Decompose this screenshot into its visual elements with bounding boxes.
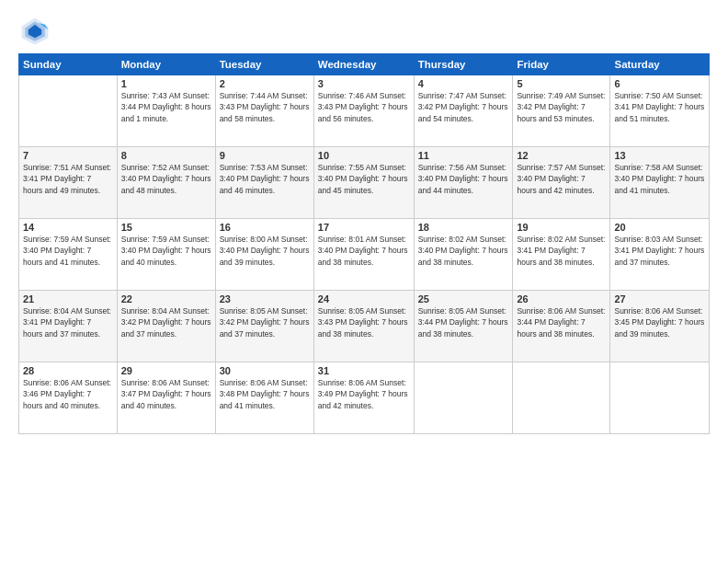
calendar-week-row: 21Sunrise: 8:04 AM Sunset: 3:41 PM Dayli… — [19, 291, 710, 362]
calendar-cell — [414, 362, 513, 434]
day-info: Sunrise: 7:52 AM Sunset: 3:40 PM Dayligh… — [121, 162, 211, 196]
day-info: Sunrise: 8:01 AM Sunset: 3:40 PM Dayligh… — [318, 234, 410, 268]
logo-icon — [18, 15, 51, 48]
day-info: Sunrise: 7:58 AM Sunset: 3:40 PM Dayligh… — [614, 162, 705, 196]
calendar-week-row: 1Sunrise: 7:43 AM Sunset: 3:44 PM Daylig… — [19, 75, 710, 147]
day-info: Sunrise: 7:46 AM Sunset: 3:43 PM Dayligh… — [318, 90, 410, 124]
day-info: Sunrise: 8:04 AM Sunset: 3:42 PM Dayligh… — [121, 305, 211, 339]
day-info: Sunrise: 8:06 AM Sunset: 3:49 PM Dayligh… — [318, 377, 410, 411]
day-info: Sunrise: 7:49 AM Sunset: 3:42 PM Dayligh… — [517, 90, 606, 124]
day-info: Sunrise: 8:05 AM Sunset: 3:43 PM Dayligh… — [318, 305, 410, 339]
weekday-header: Sunday — [19, 54, 118, 75]
day-info: Sunrise: 7:57 AM Sunset: 3:40 PM Dayligh… — [517, 162, 606, 196]
day-info: Sunrise: 7:50 AM Sunset: 3:41 PM Dayligh… — [614, 90, 705, 124]
calendar-week-row: 7Sunrise: 7:51 AM Sunset: 3:41 PM Daylig… — [19, 147, 710, 219]
day-number: 20 — [614, 222, 705, 233]
calendar-cell: 21Sunrise: 8:04 AM Sunset: 3:41 PM Dayli… — [19, 291, 118, 362]
calendar-table: SundayMondayTuesdayWednesdayThursdayFrid… — [18, 53, 710, 434]
day-number: 3 — [318, 78, 410, 89]
day-number: 5 — [517, 78, 606, 89]
calendar-cell: 10Sunrise: 7:55 AM Sunset: 3:40 PM Dayli… — [313, 147, 414, 219]
calendar-cell: 29Sunrise: 8:06 AM Sunset: 3:47 PM Dayli… — [117, 362, 215, 434]
day-number: 21 — [23, 293, 113, 304]
day-number: 18 — [418, 222, 509, 233]
calendar-cell: 27Sunrise: 8:06 AM Sunset: 3:45 PM Dayli… — [610, 291, 710, 362]
day-info: Sunrise: 8:04 AM Sunset: 3:41 PM Dayligh… — [23, 305, 113, 339]
calendar-cell: 19Sunrise: 8:02 AM Sunset: 3:41 PM Dayli… — [513, 219, 610, 291]
calendar-cell: 31Sunrise: 8:06 AM Sunset: 3:49 PM Dayli… — [313, 362, 414, 434]
weekday-header: Wednesday — [313, 54, 414, 75]
calendar-cell: 22Sunrise: 8:04 AM Sunset: 3:42 PM Dayli… — [117, 291, 215, 362]
weekday-header: Thursday — [414, 54, 513, 75]
calendar-cell: 28Sunrise: 8:06 AM Sunset: 3:46 PM Dayli… — [19, 362, 118, 434]
day-number: 4 — [418, 78, 509, 89]
weekday-header: Friday — [513, 54, 610, 75]
day-number: 7 — [23, 150, 113, 161]
day-number: 26 — [517, 293, 606, 304]
day-info: Sunrise: 7:53 AM Sunset: 3:40 PM Dayligh… — [220, 162, 310, 196]
day-number: 29 — [121, 365, 211, 376]
day-info: Sunrise: 8:06 AM Sunset: 3:46 PM Dayligh… — [23, 377, 113, 411]
day-number: 19 — [517, 222, 606, 233]
day-info: Sunrise: 7:59 AM Sunset: 3:40 PM Dayligh… — [121, 234, 211, 268]
day-number: 2 — [220, 78, 310, 89]
calendar-cell: 3Sunrise: 7:46 AM Sunset: 3:43 PM Daylig… — [313, 75, 414, 147]
weekday-header: Tuesday — [215, 54, 313, 75]
page-header — [18, 15, 710, 48]
day-info: Sunrise: 8:02 AM Sunset: 3:40 PM Dayligh… — [418, 234, 509, 268]
day-info: Sunrise: 8:06 AM Sunset: 3:44 PM Dayligh… — [517, 305, 606, 339]
day-number: 10 — [318, 150, 410, 161]
calendar-cell: 13Sunrise: 7:58 AM Sunset: 3:40 PM Dayli… — [610, 147, 710, 219]
day-info: Sunrise: 7:59 AM Sunset: 3:40 PM Dayligh… — [23, 234, 113, 268]
day-info: Sunrise: 7:56 AM Sunset: 3:40 PM Dayligh… — [418, 162, 509, 196]
day-number: 25 — [418, 293, 509, 304]
calendar-cell: 2Sunrise: 7:44 AM Sunset: 3:43 PM Daylig… — [215, 75, 313, 147]
day-number: 31 — [318, 365, 410, 376]
day-number: 24 — [318, 293, 410, 304]
day-number: 16 — [220, 222, 310, 233]
day-number: 14 — [23, 222, 113, 233]
day-number: 8 — [121, 150, 211, 161]
day-number: 30 — [220, 365, 310, 376]
calendar-cell — [513, 362, 610, 434]
day-number: 6 — [614, 78, 705, 89]
calendar-cell: 24Sunrise: 8:05 AM Sunset: 3:43 PM Dayli… — [313, 291, 414, 362]
day-info: Sunrise: 8:03 AM Sunset: 3:41 PM Dayligh… — [614, 234, 705, 268]
calendar-cell: 17Sunrise: 8:01 AM Sunset: 3:40 PM Dayli… — [313, 219, 414, 291]
day-info: Sunrise: 8:00 AM Sunset: 3:40 PM Dayligh… — [220, 234, 310, 268]
day-info: Sunrise: 8:02 AM Sunset: 3:41 PM Dayligh… — [517, 234, 606, 268]
day-number: 27 — [614, 293, 705, 304]
calendar-cell: 1Sunrise: 7:43 AM Sunset: 3:44 PM Daylig… — [117, 75, 215, 147]
calendar-cell: 16Sunrise: 8:00 AM Sunset: 3:40 PM Dayli… — [215, 219, 313, 291]
day-info: Sunrise: 8:06 AM Sunset: 3:48 PM Dayligh… — [220, 377, 310, 411]
calendar-cell: 8Sunrise: 7:52 AM Sunset: 3:40 PM Daylig… — [117, 147, 215, 219]
calendar-cell: 23Sunrise: 8:05 AM Sunset: 3:42 PM Dayli… — [215, 291, 313, 362]
day-info: Sunrise: 7:47 AM Sunset: 3:42 PM Dayligh… — [418, 90, 509, 124]
calendar-cell: 20Sunrise: 8:03 AM Sunset: 3:41 PM Dayli… — [610, 219, 710, 291]
day-number: 17 — [318, 222, 410, 233]
calendar-cell: 14Sunrise: 7:59 AM Sunset: 3:40 PM Dayli… — [19, 219, 118, 291]
weekday-header: Monday — [117, 54, 215, 75]
day-number: 13 — [614, 150, 705, 161]
day-number: 11 — [418, 150, 509, 161]
day-number: 1 — [121, 78, 211, 89]
calendar-cell: 9Sunrise: 7:53 AM Sunset: 3:40 PM Daylig… — [215, 147, 313, 219]
day-number: 15 — [121, 222, 211, 233]
calendar-cell: 11Sunrise: 7:56 AM Sunset: 3:40 PM Dayli… — [414, 147, 513, 219]
day-info: Sunrise: 8:06 AM Sunset: 3:45 PM Dayligh… — [614, 305, 705, 339]
calendar-cell: 12Sunrise: 7:57 AM Sunset: 3:40 PM Dayli… — [513, 147, 610, 219]
calendar-cell: 25Sunrise: 8:05 AM Sunset: 3:44 PM Dayli… — [414, 291, 513, 362]
day-number: 22 — [121, 293, 211, 304]
calendar-cell: 5Sunrise: 7:49 AM Sunset: 3:42 PM Daylig… — [513, 75, 610, 147]
calendar-cell: 6Sunrise: 7:50 AM Sunset: 3:41 PM Daylig… — [610, 75, 710, 147]
calendar-cell: 18Sunrise: 8:02 AM Sunset: 3:40 PM Dayli… — [414, 219, 513, 291]
calendar-cell: 30Sunrise: 8:06 AM Sunset: 3:48 PM Dayli… — [215, 362, 313, 434]
calendar-cell — [19, 75, 118, 147]
calendar-header-row: SundayMondayTuesdayWednesdayThursdayFrid… — [19, 54, 710, 75]
calendar-cell: 15Sunrise: 7:59 AM Sunset: 3:40 PM Dayli… — [117, 219, 215, 291]
logo — [18, 15, 57, 48]
day-number: 28 — [23, 365, 113, 376]
weekday-header: Saturday — [610, 54, 710, 75]
day-info: Sunrise: 8:05 AM Sunset: 3:42 PM Dayligh… — [220, 305, 310, 339]
calendar-cell: 7Sunrise: 7:51 AM Sunset: 3:41 PM Daylig… — [19, 147, 118, 219]
